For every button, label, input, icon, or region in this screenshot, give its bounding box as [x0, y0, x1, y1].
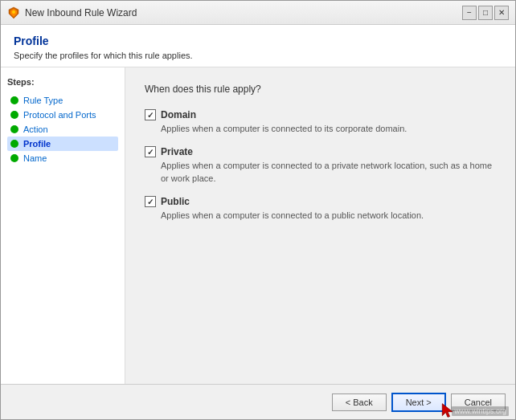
wizard-icon	[7, 6, 20, 19]
option-domain-label: Domain	[161, 109, 196, 120]
option-private-label: Private	[161, 146, 193, 157]
checkbox-domain[interactable]	[145, 109, 156, 120]
watermark: www.wintips.org	[452, 406, 509, 416]
window-title: New Inbound Rule Wizard	[25, 7, 137, 18]
sidebar-item-label-action: Action	[23, 124, 48, 134]
page-subtitle: Specify the profiles for which this rule…	[14, 51, 502, 60]
option-domain: Domain Applies when a computer is connec…	[145, 109, 496, 135]
option-domain-header: Domain	[145, 109, 496, 120]
minimize-button[interactable]: −	[462, 6, 477, 20]
sidebar-item-label-name: Name	[23, 153, 47, 163]
svg-point-2	[12, 10, 15, 14]
option-private-desc: Applies when a computer is connected to …	[145, 160, 496, 185]
footer: < Back Next > Cancel www.wintips.org	[1, 384, 515, 419]
back-button[interactable]: < Back	[332, 393, 387, 411]
title-bar-left: New Inbound Rule Wizard	[7, 6, 137, 19]
sidebar-item-rule-type[interactable]: Rule Type	[7, 93, 118, 108]
content-question: When does this rule apply?	[145, 84, 496, 95]
title-bar: New Inbound Rule Wizard − □ ✕	[1, 1, 515, 25]
page-title: Profile	[14, 35, 502, 47]
sidebar-item-profile[interactable]: Profile	[7, 137, 118, 151]
page-header: Profile Specify the profiles for which t…	[1, 25, 515, 67]
window: New Inbound Rule Wizard − □ ✕ Profile Sp…	[0, 0, 516, 420]
step-dot-action	[10, 125, 18, 133]
step-dot-rule-type	[10, 96, 18, 104]
sidebar-item-protocol-ports[interactable]: Protocol and Ports	[7, 108, 118, 122]
checkbox-private[interactable]	[145, 146, 156, 157]
sidebar: Steps: Rule Type Protocol and Ports Acti…	[1, 67, 125, 384]
content-panel: When does this rule apply? Domain Applie…	[125, 67, 515, 384]
option-domain-desc: Applies when a computer is connected to …	[145, 123, 496, 135]
option-public-desc: Applies when a computer is connected to …	[145, 210, 496, 222]
checkbox-public[interactable]	[145, 196, 156, 207]
sidebar-item-name[interactable]: Name	[7, 151, 118, 165]
close-button[interactable]: ✕	[494, 6, 509, 20]
steps-label: Steps:	[7, 77, 118, 87]
sidebar-item-action[interactable]: Action	[7, 122, 118, 137]
option-group: Domain Applies when a computer is connec…	[145, 109, 496, 222]
sidebar-item-label-protocol-ports: Protocol and Ports	[23, 110, 96, 120]
step-dot-name	[10, 154, 18, 162]
window-content: Profile Specify the profiles for which t…	[1, 25, 515, 419]
title-bar-controls: − □ ✕	[462, 6, 509, 20]
sidebar-item-label-rule-type: Rule Type	[23, 96, 63, 105]
maximize-button[interactable]: □	[478, 6, 493, 20]
step-dot-profile	[10, 140, 18, 148]
option-public-label: Public	[161, 196, 190, 207]
main-area: Steps: Rule Type Protocol and Ports Acti…	[1, 67, 515, 384]
option-private-header: Private	[145, 146, 496, 157]
option-public: Public Applies when a computer is connec…	[145, 196, 496, 222]
next-button-wrapper: Next >	[391, 393, 446, 412]
sidebar-item-label-profile: Profile	[23, 139, 51, 149]
next-button[interactable]: Next >	[391, 393, 446, 412]
step-dot-protocol-ports	[10, 111, 18, 119]
option-private: Private Applies when a computer is conne…	[145, 146, 496, 185]
option-public-header: Public	[145, 196, 496, 207]
